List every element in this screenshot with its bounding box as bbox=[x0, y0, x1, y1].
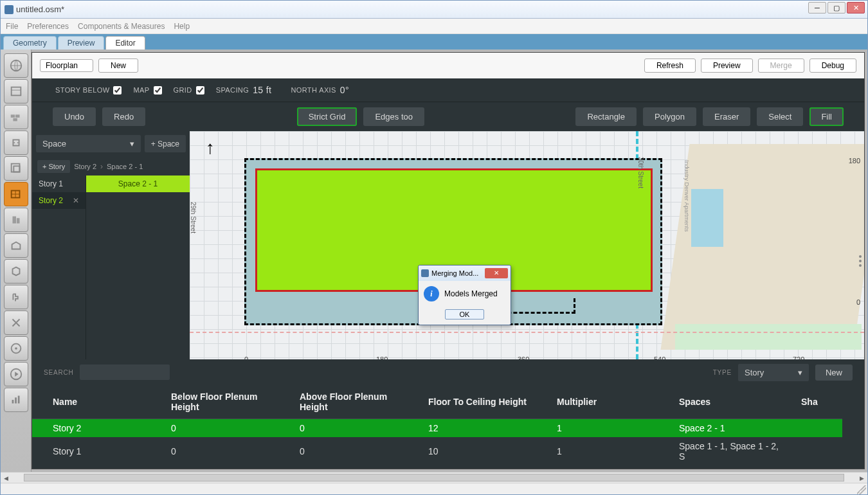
fill-button[interactable]: Fill bbox=[809, 107, 844, 126]
rail-thermal-icon[interactable] bbox=[4, 259, 28, 284]
svg-rect-15 bbox=[16, 218, 19, 223]
options-bar: STORY BELOW MAP GRID SPACING15 ft NORTH … bbox=[32, 78, 864, 102]
titlebar: untitled.osm* ─ ▢ ✕ bbox=[1, 1, 867, 19]
tab-editor[interactable]: Editor bbox=[105, 36, 145, 50]
merge-dialog: Merging Mod... ✕ i Models Merged OK bbox=[418, 265, 511, 325]
svg-rect-20 bbox=[15, 397, 17, 403]
minimize-button[interactable]: ─ bbox=[808, 2, 826, 14]
svg-rect-3 bbox=[10, 114, 14, 118]
window-title: untitled.osm* bbox=[16, 4, 64, 14]
eraser-button[interactable]: Eraser bbox=[703, 107, 750, 126]
breadcrumb-story[interactable]: Story 2 bbox=[74, 163, 96, 170]
svg-rect-9 bbox=[11, 164, 19, 172]
floorplan-select[interactable]: Floorplan bbox=[40, 59, 93, 72]
svg-rect-19 bbox=[12, 400, 14, 404]
table-row[interactable]: Story 200121Space 2 - 1 bbox=[32, 419, 842, 438]
rail-measures-icon[interactable] bbox=[4, 336, 28, 361]
svg-point-7 bbox=[14, 142, 15, 143]
tab-preview[interactable]: Preview bbox=[58, 36, 105, 50]
menu-file[interactable]: File bbox=[6, 22, 18, 31]
type-label: TYPE bbox=[713, 369, 732, 376]
close-button[interactable]: ✕ bbox=[847, 2, 865, 14]
menu-components[interactable]: Components & Measures bbox=[78, 22, 165, 31]
undo-button[interactable]: Undo bbox=[53, 107, 96, 126]
menu-help[interactable]: Help bbox=[174, 22, 190, 31]
dialog-message: Models Merged bbox=[444, 289, 498, 298]
svg-rect-4 bbox=[15, 114, 19, 118]
svg-rect-1 bbox=[11, 87, 21, 96]
story-table: Name Below Floor Plenum Height Above Flo… bbox=[32, 385, 842, 465]
close-icon[interactable]: ✕ bbox=[73, 196, 79, 205]
strict-grid-button[interactable]: Strict Grid bbox=[297, 107, 357, 126]
rail-constructions-icon[interactable] bbox=[4, 105, 28, 129]
scroll-thumb[interactable] bbox=[24, 474, 844, 482]
new-button[interactable]: New bbox=[98, 59, 138, 73]
grid-label: GRID bbox=[174, 86, 192, 94]
merge-button[interactable]: Merge bbox=[758, 59, 804, 73]
grid-checkbox[interactable] bbox=[196, 86, 204, 94]
tools-bar: Undo Redo Strict Grid Edges too Rectangl… bbox=[32, 102, 864, 131]
horizontal-scrollbar[interactable]: ◀ ▶ bbox=[1, 472, 867, 483]
rail-variables-icon[interactable] bbox=[4, 310, 28, 335]
rail-simulation-icon[interactable] bbox=[4, 362, 28, 386]
rail-results-icon[interactable] bbox=[4, 388, 28, 412]
refresh-button[interactable]: Refresh bbox=[644, 59, 696, 73]
rail-schedules-icon[interactable] bbox=[4, 79, 28, 104]
map-checkbox[interactable] bbox=[154, 86, 162, 94]
story-below-label: STORY BELOW bbox=[55, 86, 109, 94]
story2-item[interactable]: Story 2✕ bbox=[32, 192, 86, 209]
scroll-right-icon[interactable]: ▶ bbox=[856, 473, 867, 483]
select-button[interactable]: Select bbox=[757, 107, 803, 126]
svg-rect-5 bbox=[13, 118, 17, 122]
search-input[interactable] bbox=[80, 364, 170, 380]
col-above: Above Floor Plenum Height bbox=[289, 385, 418, 419]
preview-button[interactable]: Preview bbox=[701, 59, 753, 73]
redo-button[interactable]: Redo bbox=[102, 107, 145, 126]
debug-button[interactable]: Debug bbox=[809, 59, 856, 73]
statusbar bbox=[1, 483, 867, 494]
street-label-30: 30th Street bbox=[637, 157, 644, 188]
scroll-left-icon[interactable]: ◀ bbox=[1, 473, 12, 483]
story1-item[interactable]: Story 1 bbox=[32, 176, 86, 192]
breadcrumb-space[interactable]: Space 2 - 1 bbox=[107, 163, 143, 170]
bottom-new-button[interactable]: New bbox=[815, 364, 853, 381]
col-shade: Sha bbox=[791, 385, 842, 419]
table-row[interactable]: Story 100101Space 1 - 1, Space 1 - 2, S bbox=[32, 437, 842, 465]
rail-spacetype-icon[interactable] bbox=[4, 156, 28, 181]
edges-too-button[interactable]: Edges too bbox=[363, 107, 424, 126]
dialog-close-button[interactable]: ✕ bbox=[485, 268, 508, 278]
svg-point-8 bbox=[17, 142, 18, 143]
story-below-checkbox[interactable] bbox=[113, 86, 122, 94]
col-ftc: Floor To Ceiling Height bbox=[418, 385, 547, 419]
col-spaces: Spaces bbox=[669, 385, 791, 419]
map-label: MAP bbox=[133, 86, 149, 94]
rail-spaces-icon[interactable] bbox=[4, 233, 28, 258]
add-space-button[interactable]: + Space bbox=[145, 135, 186, 152]
rail-hvac-icon[interactable] bbox=[4, 285, 28, 309]
action-bar: Floorplan New Refresh Preview Merge Debu… bbox=[32, 53, 864, 78]
search-label: SEARCH bbox=[44, 369, 73, 376]
entity-type-select[interactable]: Space bbox=[36, 135, 141, 152]
rail-loads-icon[interactable] bbox=[4, 130, 28, 155]
polygon-button[interactable]: Polygon bbox=[643, 107, 696, 126]
app-icon bbox=[5, 5, 14, 14]
menubar: File Preferences Components & Measures H… bbox=[1, 19, 867, 34]
menu-preferences[interactable]: Preferences bbox=[27, 22, 69, 31]
dialog-ok-button[interactable]: OK bbox=[445, 309, 485, 320]
svg-rect-10 bbox=[14, 166, 19, 172]
info-icon: i bbox=[424, 286, 439, 302]
rail-facility-icon[interactable] bbox=[4, 208, 28, 232]
svg-rect-14 bbox=[12, 217, 16, 224]
rail-site-icon[interactable] bbox=[4, 53, 28, 78]
tab-geometry[interactable]: Geometry bbox=[3, 36, 57, 50]
add-story-button[interactable]: + Story bbox=[37, 160, 70, 173]
space-item[interactable]: Space 2 - 1 bbox=[86, 176, 190, 192]
maximize-button[interactable]: ▢ bbox=[827, 2, 845, 14]
rectangle-button[interactable]: Rectangle bbox=[575, 107, 637, 126]
canvas[interactable]: ↑ 29th Street 30th Street Industry Denve… bbox=[190, 131, 864, 359]
rail-geometry-icon[interactable] bbox=[4, 182, 28, 206]
bottom-type-select[interactable]: Story bbox=[738, 364, 809, 381]
drag-handle-icon[interactable] bbox=[856, 251, 864, 271]
resize-grip-icon[interactable] bbox=[857, 485, 866, 494]
spacing-value: 15 ft bbox=[253, 85, 271, 95]
